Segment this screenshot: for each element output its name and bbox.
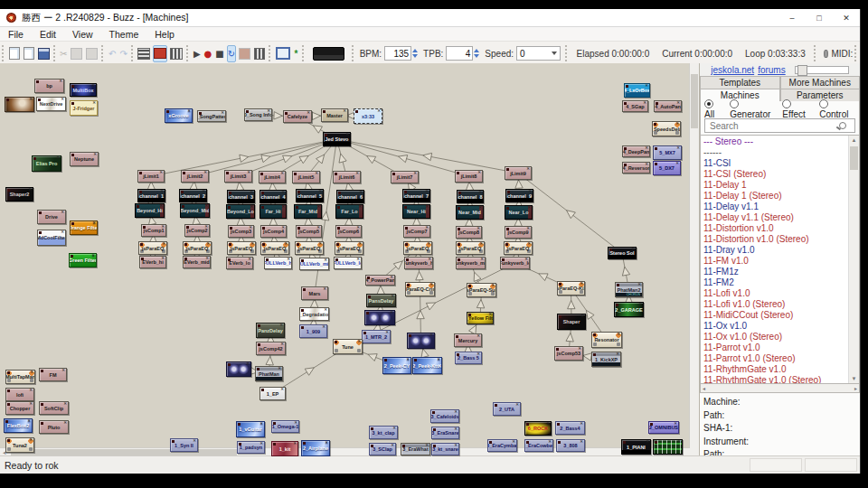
delete-machine-icon[interactable]: ✕	[323, 287, 326, 292]
list-item[interactable]: 11-Ox v1.0	[703, 321, 849, 332]
mute-dot-icon[interactable]	[38, 99, 41, 101]
mute-dot-icon[interactable]	[404, 206, 407, 209]
delete-machine-icon[interactable]: ✕	[478, 191, 482, 195]
mute-dot-icon[interactable]	[186, 226, 189, 229]
mute-dot-icon[interactable]	[384, 359, 387, 361]
mute-dot-icon[interactable]	[303, 442, 306, 445]
delete-machine-icon[interactable]: ✕	[28, 188, 32, 192]
delete-machine-icon[interactable]: ✕	[512, 440, 515, 445]
machine-node-pkcy[interactable]: 2_Peek-CY✕	[382, 357, 411, 374]
mute-dot-icon[interactable]	[71, 85, 74, 88]
delete-machine-icon[interactable]: ✕	[316, 226, 320, 230]
machine-node-c5[interactable]: jsComp5✕	[296, 225, 322, 238]
delete-machine-icon[interactable]: ✕	[578, 347, 581, 352]
mute-dot-icon[interactable]	[559, 315, 561, 318]
list-item[interactable]: 11-FM v1.0	[703, 256, 849, 267]
machine-node-c2[interactable]: jsComp2✕	[184, 224, 210, 237]
machine-node-fv1[interactable]: FULLVerb_hi✕	[264, 257, 292, 269]
delete-machine-icon[interactable]: ✕	[279, 324, 283, 328]
list-item[interactable]: 11-Delay 1	[703, 180, 849, 191]
delete-machine-icon[interactable]: ✕	[161, 257, 165, 261]
machine-node-ssol[interactable]: Stereo Sol✕	[608, 247, 637, 259]
delete-machine-icon[interactable]: ✕	[159, 171, 163, 175]
machine-node-eq1[interactable]: jsParaEQ✕	[138, 241, 167, 255]
loop-button[interactable]: ↻	[227, 45, 236, 62]
cut-button[interactable]: ✂	[59, 45, 68, 62]
minimize-button[interactable]: –	[778, 9, 806, 26]
mute-dot-icon[interactable]	[626, 85, 628, 88]
delete-machine-icon[interactable]: ✕	[392, 427, 396, 431]
machine-node-l7[interactable]: jLimit7✕	[391, 171, 419, 183]
machine-node-fm[interactable]: FM✕	[39, 368, 67, 381]
mute-dot-icon[interactable]	[458, 228, 460, 230]
machine-node-b9[interactable]: Near_Lo✕	[505, 205, 533, 220]
canvas-vertical-scrollbar[interactable]	[689, 63, 699, 456]
delete-machine-icon[interactable]: ✕	[675, 122, 679, 127]
mute-dot-icon[interactable]	[616, 304, 618, 306]
delete-machine-icon[interactable]: ✕	[61, 369, 65, 373]
delete-machine-icon[interactable]: ✕	[631, 248, 635, 252]
mute-dot-icon[interactable]	[655, 441, 657, 444]
mute-dot-icon[interactable]	[593, 333, 596, 336]
mute-dot-icon[interactable]	[297, 191, 300, 193]
machine-node-ofil[interactable]: Orange Filter✕	[70, 221, 98, 235]
delete-machine-icon[interactable]: ✕	[202, 190, 205, 194]
filter-radio-all[interactable]: All	[704, 99, 723, 119]
machine-node-omg1[interactable]: 1_Omega-1✕	[271, 420, 299, 433]
machine-node-pkkt[interactable]: 2_Peek-KttK✕	[412, 357, 442, 374]
machine-node-c7[interactable]: jsComp7✕	[403, 225, 430, 238]
machine-node-garage[interactable]: 2_GARAGE✕	[614, 302, 644, 317]
mute-dot-icon[interactable]	[303, 288, 306, 291]
machine-node-ch1[interactable]: channel_1✕	[137, 189, 165, 202]
delete-machine-icon[interactable]: ✕	[413, 172, 417, 176]
paste-button[interactable]	[85, 45, 99, 62]
delete-machine-icon[interactable]: ✕	[318, 242, 322, 247]
mute-dot-icon[interactable]	[140, 243, 143, 246]
mute-dot-icon[interactable]	[297, 243, 299, 246]
mute-dot-icon[interactable]	[558, 441, 561, 444]
mute-dot-icon[interactable]	[246, 110, 249, 113]
record-mode-button[interactable]	[238, 45, 251, 62]
machine-node-fk2[interactable]: Funkyverb_mid✕	[456, 257, 486, 269]
delete-machine-icon[interactable]: ✕	[638, 303, 642, 307]
mute-dot-icon[interactable]	[457, 172, 459, 174]
delete-machine-icon[interactable]: ✕	[524, 258, 528, 262]
machine-node-ewht[interactable]: 3_EraWhat✕	[401, 443, 430, 455]
delete-machine-icon[interactable]: ✕	[356, 258, 360, 262]
mute-dot-icon[interactable]	[258, 324, 260, 327]
delete-machine-icon[interactable]: ✕	[281, 226, 285, 230]
delete-machine-icon[interactable]: ✕	[284, 242, 288, 247]
mute-dot-icon[interactable]	[258, 343, 260, 346]
mute-dot-icon[interactable]	[556, 348, 559, 351]
machine-node-eq6[interactable]: jsParaEQ✕	[335, 241, 363, 255]
delete-machine-icon[interactable]: ✕	[92, 101, 96, 106]
filter-radio-control[interactable]: Control	[819, 99, 855, 119]
mute-dot-icon[interactable]	[230, 227, 232, 230]
stop-button[interactable]: ■	[214, 45, 224, 62]
list-horizontal-scrollbar[interactable]: ◂ ▸	[700, 384, 860, 393]
mute-dot-icon[interactable]	[296, 206, 298, 209]
delete-machine-icon[interactable]: ✕	[477, 171, 481, 175]
speed-dropdown[interactable]: 0	[516, 46, 561, 61]
mute-dot-icon[interactable]	[228, 363, 231, 366]
machine-node-ch9[interactable]: channel_9✕	[505, 189, 533, 202]
forums-link[interactable]: forums	[758, 65, 786, 75]
delete-machine-icon[interactable]: ✕	[478, 206, 482, 211]
delete-machine-icon[interactable]: ✕	[437, 358, 440, 362]
mute-dot-icon[interactable]	[656, 102, 658, 105]
mute-dot-icon[interactable]	[458, 192, 461, 194]
delete-machine-icon[interactable]: ✕	[281, 191, 285, 195]
scroll-up-icon[interactable]: ▲	[849, 137, 859, 143]
mute-dot-icon[interactable]	[41, 403, 43, 406]
machine-node-b1[interactable]: Beyond_Hi✕	[135, 203, 165, 218]
machine-node-c1[interactable]: jsComp1✕	[141, 224, 166, 237]
delete-machine-icon[interactable]: ✕	[93, 153, 97, 157]
machine-node-bass4[interactable]: 2_Bass4✕	[555, 421, 585, 435]
search-box[interactable]	[704, 118, 855, 133]
machine-node-pm2[interactable]: PhatMan2✕CHORUS	[615, 282, 643, 297]
mute-dot-icon[interactable]	[182, 205, 184, 208]
mute-dot-icon[interactable]	[655, 163, 657, 165]
mute-dot-icon[interactable]	[458, 258, 460, 261]
mute-dot-icon[interactable]	[366, 312, 369, 314]
delete-machine-icon[interactable]: ✕	[204, 204, 208, 209]
